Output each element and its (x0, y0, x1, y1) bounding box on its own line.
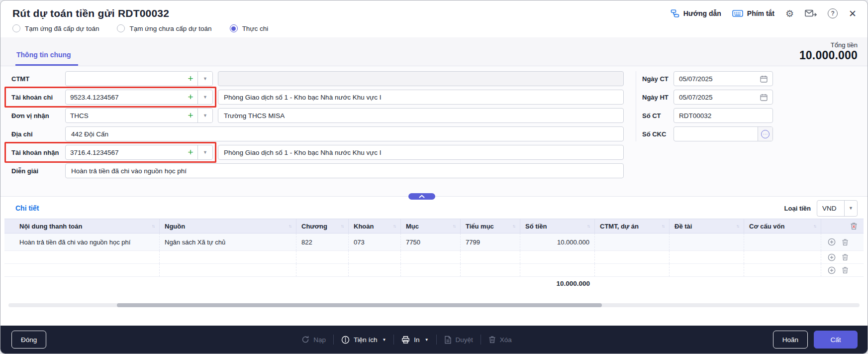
footer-actions: Nạp Tiện ích ▼ (46, 335, 767, 345)
cell-chuong[interactable]: 822 (296, 234, 349, 250)
column-header-khoan[interactable]: Khoản↑↓ (349, 219, 401, 233)
column-header-ctmt-du-an[interactable]: CTMT, dự án↑↓ (595, 219, 670, 233)
ellipsis-circle-icon: ··· (761, 130, 770, 138)
tab-general-info[interactable]: Thông tin chung (15, 51, 78, 66)
pay-account-combo[interactable]: 9523.4.1234567 + ▼ (65, 90, 213, 105)
receive-account-combo[interactable]: 3716.4.1234567 + ▼ (65, 145, 213, 160)
delete-row-icon[interactable] (842, 266, 849, 274)
address-input[interactable]: 442 Đội Cấn (65, 126, 624, 141)
print-button[interactable]: In ▼ (401, 336, 428, 344)
cell-ctmt-du-an[interactable] (595, 234, 670, 250)
total-amount-label: Tổng tiền (799, 41, 858, 49)
add-row-icon[interactable] (828, 253, 836, 261)
column-header-actions (821, 219, 864, 233)
settings-icon[interactable]: ⚙ (785, 9, 794, 18)
divider (393, 335, 394, 345)
column-header-co-cau-von[interactable]: Cơ cấu vốn↑↓ (744, 219, 821, 233)
sort-icon[interactable]: ↑↓ (149, 224, 154, 229)
keyboard-icon (732, 9, 743, 17)
cell-so-tien[interactable]: 10.000.000 (520, 234, 595, 250)
add-row-icon[interactable] (828, 266, 836, 274)
sort-icon[interactable]: ↑↓ (390, 224, 395, 229)
delete-all-rows-icon[interactable] (850, 222, 858, 230)
ckc-no-input[interactable]: ··· (674, 126, 773, 141)
doc-no-input[interactable]: RDT00032 (674, 108, 773, 123)
column-header-tieu-muc[interactable]: Tiểu mục↑↓ (461, 219, 520, 233)
receive-account-description[interactable]: Phòng Giao dịch số 1 - Kho bạc Nhà nước … (218, 145, 624, 160)
chevron-down-icon[interactable]: ▼ (197, 109, 212, 122)
doc-date-input[interactable]: 05/07/2025 (674, 71, 773, 86)
currency-label: Loại tiền (784, 205, 811, 212)
calendar-icon[interactable] (760, 75, 768, 83)
radio-tam-ung-chua-cap[interactable]: Tạm ứng chưa cấp dự toán (117, 24, 211, 32)
send-mail-icon[interactable] (805, 9, 817, 18)
pay-account-description[interactable]: Phòng Giao dịch số 1 - Kho bạc Nhà nước … (218, 90, 624, 105)
receiver-unit-description[interactable]: Trường THCS MISA (218, 108, 624, 123)
sort-icon[interactable]: ↑↓ (338, 224, 343, 229)
collapse-header-button[interactable] (408, 193, 435, 200)
radio-tam-ung-da-cap[interactable]: Tạm ứng đã cấp dự toán (12, 24, 99, 32)
sort-icon[interactable]: ↑↓ (810, 224, 816, 229)
add-icon[interactable]: + (184, 109, 197, 122)
ctmt-combo[interactable]: + ▼ (65, 71, 213, 86)
chevron-down-icon[interactable]: ▼ (197, 145, 212, 159)
ckc-lookup-button[interactable]: ··· (758, 127, 772, 141)
help-icon[interactable]: ? (828, 8, 838, 18)
add-icon[interactable]: + (184, 90, 197, 104)
sort-icon[interactable]: ↑↓ (286, 224, 291, 229)
utilities-button[interactable]: Tiện ích ▼ (341, 336, 386, 344)
column-header-muc[interactable]: Mục↑↓ (401, 219, 461, 233)
currency-value: VND (817, 201, 844, 216)
column-header-chuong[interactable]: Chương↑↓ (296, 219, 349, 233)
add-row-icon[interactable] (828, 238, 836, 246)
add-icon[interactable]: + (184, 72, 197, 86)
table-total-amount: 10.000.000 (520, 280, 595, 287)
currency-select[interactable]: VND ▼ (817, 200, 858, 217)
close-button[interactable]: Đóng (11, 331, 46, 349)
radio-thuc-chi[interactable]: Thực chi (230, 24, 269, 32)
column-header-de-tai[interactable]: Đề tài↑↓ (670, 219, 744, 233)
withdraw-estimate-window: Rút dự toán tiền gửi RDT00032 Hướng dẫn (0, 0, 868, 354)
description-input[interactable]: Hoàn trả tiền đã chi vào nguồn học phí (65, 163, 624, 178)
column-header-nguon[interactable]: Nguồn↑↓ (160, 219, 296, 233)
column-header-noi-dung[interactable]: Nội dung thanh toán↑↓ (14, 219, 160, 233)
receive-account-label: Tài khoản nhận (0, 149, 65, 156)
cell-noi-dung[interactable]: Hoàn trả tiền đã chi vào nguồn học phí (14, 234, 160, 250)
trash-icon (488, 336, 496, 344)
post-date-input[interactable]: 05/07/2025 (674, 90, 773, 105)
save-button[interactable]: Cất (814, 331, 858, 349)
close-icon[interactable]: ✕ (849, 8, 857, 19)
cell-muc[interactable]: 7750 (401, 234, 461, 250)
postpone-button[interactable]: Hoãn (773, 331, 808, 349)
radio-label: Tạm ứng chưa cấp dự toán (129, 25, 211, 32)
receiver-unit-value[interactable]: THCS (66, 109, 184, 122)
horizontal-scrollbar-thumb[interactable] (117, 303, 602, 307)
guide-link[interactable]: Hướng dẫn (671, 9, 721, 18)
sort-icon[interactable]: ↑↓ (509, 224, 515, 229)
column-header-so-tien[interactable]: Số tiền↑↓ (520, 219, 595, 233)
shortcut-label: Phím tắt (747, 9, 774, 17)
receiver-unit-combo[interactable]: THCS + ▼ (65, 108, 213, 123)
ctmt-value[interactable] (66, 72, 184, 86)
delete-row-icon[interactable] (842, 253, 849, 261)
sort-icon[interactable]: ↑↓ (733, 224, 739, 229)
calendar-icon[interactable] (760, 94, 768, 101)
sort-icon[interactable]: ↑↓ (450, 224, 455, 229)
detail-section-header: Chi tiết Loại tiền VND ▼ (0, 197, 868, 219)
cell-tieu-muc[interactable]: 7799 (461, 234, 520, 250)
chevron-down-icon[interactable]: ▼ (197, 90, 212, 104)
cell-de-tai[interactable] (670, 234, 744, 250)
detail-title-link[interactable]: Chi tiết (15, 204, 39, 212)
sort-icon[interactable]: ↑↓ (584, 224, 589, 229)
approve-button: Duyệt (444, 336, 473, 344)
cell-khoan[interactable]: 073 (349, 234, 401, 250)
delete-row-icon[interactable] (842, 238, 849, 246)
add-icon[interactable]: + (184, 145, 197, 159)
receive-account-value[interactable]: 3716.4.1234567 (66, 145, 184, 159)
shortcut-link[interactable]: Phím tắt (732, 9, 774, 17)
pay-account-value[interactable]: 9523.4.1234567 (66, 90, 184, 104)
sort-icon[interactable]: ↑↓ (659, 224, 664, 229)
cell-co-cau-von[interactable] (744, 234, 821, 250)
cell-nguon[interactable]: Ngân sách Xã tự chủ (160, 234, 296, 250)
chevron-down-icon[interactable]: ▼ (197, 72, 212, 86)
